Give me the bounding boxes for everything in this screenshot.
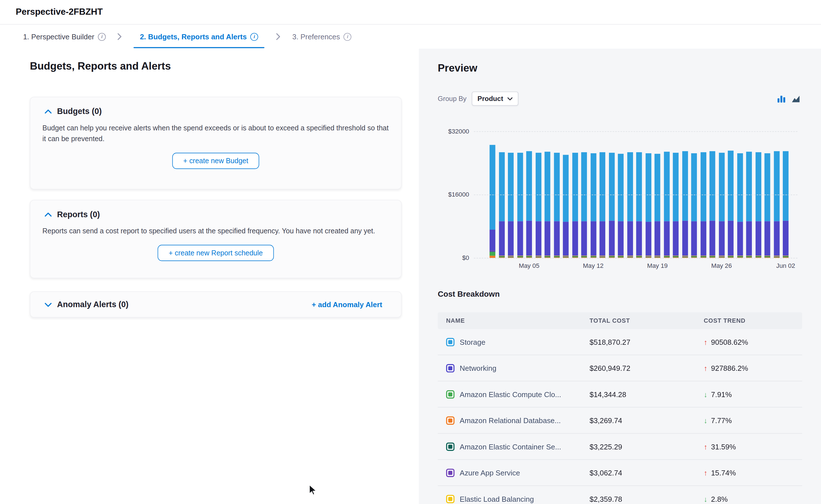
stacked-bar xyxy=(700,152,706,258)
tab-preferences[interactable]: 3. Preferences i xyxy=(293,30,352,43)
x-axis-label: Jun 02 xyxy=(776,262,795,270)
preview-panel: Preview Group By Product $32000$16000$0M… xyxy=(419,49,821,504)
trend-up-arrow-icon: ↑ xyxy=(704,442,708,451)
bar-chart-toggle-icon[interactable] xyxy=(777,95,786,103)
info-icon[interactable]: i xyxy=(344,33,352,41)
stacked-bar xyxy=(673,152,679,258)
column-header-cost-trend: COST TREND xyxy=(704,318,802,324)
table-row: Storage$518,870.27↑90508.62% xyxy=(438,329,802,355)
stepper-nav: 1. Perspective Builder i 2. Budgets, Rep… xyxy=(0,25,821,49)
table-row: Networking$260,949.72↑927886.2% xyxy=(438,355,802,381)
stacked-bar xyxy=(489,145,495,258)
chevron-down-icon xyxy=(507,97,512,100)
chevron-up-icon[interactable] xyxy=(44,109,52,114)
chevron-down-icon[interactable] xyxy=(44,302,52,307)
service-name: Elastic Load Balancing xyxy=(460,495,534,503)
stacked-bar xyxy=(526,151,532,258)
preview-title: Preview xyxy=(438,62,477,74)
area-chart-toggle-icon[interactable] xyxy=(791,95,801,103)
trend-down-arrow-icon: ↓ xyxy=(704,495,708,503)
trend-up-arrow-icon: ↑ xyxy=(704,468,708,477)
stacked-bar xyxy=(590,153,596,258)
legend-color-swatch xyxy=(446,495,455,503)
table-row: Amazon Elastic Container Se...$3,225.29↑… xyxy=(438,434,802,460)
stacked-bar xyxy=(599,152,605,258)
create-report-schedule-button[interactable]: + create new Report schedule xyxy=(158,245,274,261)
table-body: Storage$518,870.27↑90508.62%Networking$2… xyxy=(438,329,802,504)
x-axis-label: May 12 xyxy=(583,262,603,270)
trend-value: 927886.2% xyxy=(711,364,748,372)
reports-description: Reports can send a cost report to specif… xyxy=(42,226,393,237)
stacked-bar xyxy=(719,153,724,258)
tab-label: 3. Preferences xyxy=(293,33,340,41)
total-cost-value: $518,870.27 xyxy=(590,338,704,346)
service-name: Amazon Elastic Compute Clo... xyxy=(460,390,561,399)
stacked-bar xyxy=(508,153,513,258)
y-axis-label: $16000 xyxy=(419,191,469,198)
stacked-bar xyxy=(535,153,541,258)
stacked-bar xyxy=(581,152,587,258)
cost-breakdown-table: NAME TOTAL COST COST TREND Storage$518,8… xyxy=(438,312,802,504)
stacked-bar xyxy=(499,152,504,258)
anomaly-alerts-card: Anomaly Alerts (0) + add Anomaly Alert xyxy=(30,291,401,317)
column-header-name: NAME xyxy=(438,318,589,324)
budgets-description: Budget can help you receive alerts when … xyxy=(42,123,393,145)
legend-color-swatch xyxy=(446,364,455,372)
y-axis-label: $0 xyxy=(419,254,469,262)
x-axis-label: May 19 xyxy=(647,262,668,270)
legend-color-swatch xyxy=(446,442,455,451)
tab-perspective-builder[interactable]: 1. Perspective Builder i xyxy=(23,30,106,43)
stacked-bar xyxy=(572,153,578,258)
column-header-total-cost: TOTAL COST xyxy=(590,318,704,324)
service-name: Networking xyxy=(460,364,496,372)
add-anomaly-alert-link[interactable]: + add Anomaly Alert xyxy=(312,300,382,309)
stacked-bar xyxy=(682,151,688,258)
tab-label: 1. Perspective Builder xyxy=(23,33,94,41)
group-by-row: Group By Product xyxy=(438,92,518,106)
stacked-bar xyxy=(636,152,642,258)
stacked-bar xyxy=(746,152,752,258)
create-budget-button[interactable]: + create new Budget xyxy=(172,153,259,169)
chevron-up-icon[interactable] xyxy=(44,212,52,217)
stacked-bar xyxy=(618,154,624,258)
service-name: Azure App Service xyxy=(460,468,520,477)
table-row: Azure App Service$3,062.74↑15.74% xyxy=(438,460,802,486)
info-icon[interactable]: i xyxy=(98,33,106,41)
trend-value: 31.59% xyxy=(711,442,736,451)
cost-chart: $32000$16000$0May 05May 12May 19May 26Ju… xyxy=(419,127,821,268)
stacked-bar xyxy=(737,153,743,258)
stacked-bar xyxy=(774,151,779,258)
trend-value: 15.74% xyxy=(711,468,736,477)
chart-type-toggles xyxy=(777,95,801,103)
legend-color-swatch xyxy=(446,338,455,346)
total-cost-value: $3,062.74 xyxy=(590,468,704,477)
group-by-value: Product xyxy=(478,95,503,103)
budgets-card: Budgets (0) Budget can help you receive … xyxy=(30,97,401,189)
trend-down-arrow-icon: ↓ xyxy=(704,416,708,425)
stacked-bar xyxy=(664,152,669,258)
chevron-right-icon xyxy=(276,33,281,40)
page-title: Perspective-2FBZHT xyxy=(16,7,103,17)
legend-color-swatch xyxy=(446,468,455,477)
gridline xyxy=(474,258,798,259)
group-by-select[interactable]: Product xyxy=(472,92,518,106)
reports-card-title: Reports (0) xyxy=(57,210,100,219)
stacked-bar xyxy=(783,151,788,258)
info-icon[interactable]: i xyxy=(251,33,259,41)
stacked-bar xyxy=(764,153,770,258)
stacked-bar xyxy=(517,153,523,258)
stacked-bar xyxy=(609,153,614,258)
legend-color-swatch xyxy=(446,416,455,425)
table-row: Amazon Elastic Compute Clo...$14,344.28↓… xyxy=(438,381,802,407)
table-row: Elastic Load Balancing$2,359.78↓2.8% xyxy=(438,486,802,504)
cost-breakdown-title: Cost Breakdown xyxy=(438,289,500,298)
stacked-bar xyxy=(627,152,633,258)
x-axis-label: May 26 xyxy=(711,262,732,270)
anomaly-alerts-card-title: Anomaly Alerts (0) xyxy=(57,300,128,309)
tab-budgets-reports-alerts[interactable]: 2. Budgets, Reports and Alerts i xyxy=(134,30,265,43)
stacked-bar xyxy=(544,152,550,258)
stacked-bar xyxy=(691,153,697,258)
budgets-card-title: Budgets (0) xyxy=(57,107,102,116)
stacked-bar xyxy=(655,154,660,258)
service-name: Amazon Elastic Container Se... xyxy=(460,442,561,451)
